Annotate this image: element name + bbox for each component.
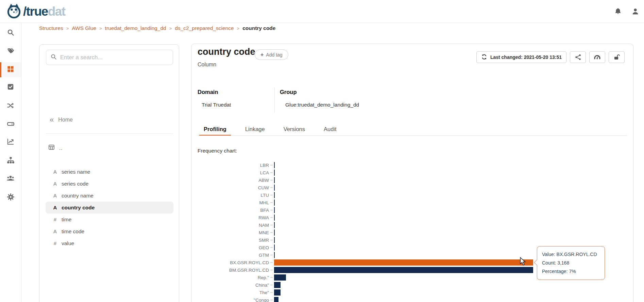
add-tag-button[interactable]: + Add tag [255, 49, 288, 60]
quality-dashboard-button[interactable] [589, 51, 605, 63]
chart-row: China" [198, 281, 629, 289]
chart-row: SMR [198, 236, 629, 244]
number-type-icon: # [52, 217, 58, 222]
chart-row: CUW [198, 184, 629, 191]
chart-bar[interactable] [274, 282, 281, 288]
chart-category-label: ABW [198, 178, 269, 183]
frequency-chart: LBRLCAABWCUWLTUMHLBFARWANAMMNESMRGEOGTMB… [198, 161, 629, 302]
meta-divider [274, 88, 275, 113]
chart-bar[interactable] [274, 259, 533, 266]
field-list: Aseries nameAseries codeAcountry nameAco… [39, 122, 180, 249]
nav-item-chart-line[interactable] [0, 135, 21, 150]
chart-bar[interactable] [274, 244, 275, 251]
notifications-bell-icon[interactable] [614, 7, 622, 15]
tooltip-count-line: Count: 3,168 [542, 259, 600, 267]
chart-bar[interactable] [274, 214, 275, 221]
chart-category-label: MNE [198, 230, 269, 235]
shuffle-icon [7, 102, 14, 111]
axis-tick [270, 165, 273, 165]
axis-tick [270, 210, 273, 210]
tab-versions[interactable]: Versions [279, 122, 309, 136]
nav-item-shuffle[interactable] [0, 99, 21, 114]
chart-bar[interactable] [274, 200, 275, 206]
unlock-button[interactable] [609, 51, 625, 63]
domain-label: Domain [198, 89, 218, 95]
field-label: time code [62, 228, 84, 235]
nav-item-check-square[interactable] [0, 80, 21, 95]
chart-bar[interactable] [274, 162, 275, 168]
tab-linkage[interactable]: Linkage [241, 122, 269, 136]
string-type-icon: A [52, 181, 58, 187]
field-item-value[interactable]: #value [46, 237, 173, 249]
axis-tick [270, 270, 273, 270]
chart-row: ABW [198, 176, 629, 184]
breadcrumb-link[interactable]: Structures [39, 25, 63, 31]
chart-bar[interactable] [274, 267, 533, 273]
axis-tick [270, 195, 273, 195]
breadcrumb-separator: > [169, 26, 172, 31]
group-label: Group [280, 89, 297, 95]
axis-tick [270, 255, 273, 255]
chart-bar[interactable] [274, 185, 275, 191]
string-type-icon: A [52, 205, 58, 210]
breadcrumb: Structures>AWS Glue>truedat_demo_landing… [39, 24, 275, 32]
nav-item-search[interactable] [0, 26, 21, 41]
nav-item-users[interactable] [0, 172, 21, 187]
tab-audit[interactable]: Audit [319, 122, 341, 136]
user-profile-icon[interactable] [631, 7, 639, 15]
field-item-series-name[interactable]: Aseries name [46, 166, 173, 178]
nav-item-sitemap[interactable] [0, 153, 21, 168]
field-item-series-code[interactable]: Aseries code [46, 178, 173, 190]
nav-item-hard-drive[interactable] [0, 117, 21, 132]
breadcrumb-link[interactable]: ds_c2_prepared_science [175, 25, 234, 31]
page-title: country code [198, 47, 255, 57]
chart-bar[interactable] [274, 297, 278, 302]
chart-row: MNE [198, 229, 629, 236]
app: /truedat Structures>AWS Glue>truedat_dem… [0, 0, 644, 302]
chart-row: MHL [198, 199, 629, 206]
axis-tick [270, 202, 273, 203]
chart-row: NAM [198, 221, 629, 229]
check-square-icon [7, 83, 14, 92]
chart-category-label: LBR [198, 163, 269, 168]
nav-item-gear[interactable] [0, 190, 21, 205]
chart-category-label: SMR [198, 238, 269, 243]
nav-item-tags[interactable] [0, 44, 21, 59]
breadcrumb-link[interactable]: truedat_demo_landing_dd [105, 25, 166, 31]
field-item-time[interactable]: #time [46, 213, 173, 225]
axis-tick [270, 292, 273, 293]
chart-bar[interactable] [274, 192, 275, 198]
chart-category-label: LCA [198, 170, 269, 175]
nav-item-grid[interactable] [0, 62, 21, 77]
axis-tick [270, 180, 273, 180]
chart-bar[interactable] [274, 222, 275, 228]
structure-type-label: Column [198, 62, 216, 68]
chart-bar[interactable] [274, 229, 275, 236]
chart-bar[interactable] [274, 170, 275, 176]
field-item-time-code[interactable]: Atime code [46, 225, 173, 237]
tree-search-box[interactable] [46, 50, 173, 65]
hard-drive-icon [7, 120, 15, 129]
chart-row: RWA [198, 214, 629, 221]
field-item-country-code[interactable]: Acountry code [46, 202, 173, 213]
field-label: series code [62, 181, 88, 187]
field-item-country-name[interactable]: Acountry name [46, 190, 173, 202]
structure-detail-panel: country code + Add tag Column Last chang… [191, 44, 633, 302]
tab-profiling[interactable]: Profiling [199, 122, 231, 136]
mouse-cursor-icon [520, 257, 527, 266]
breadcrumb-link[interactable]: AWS Glue [72, 25, 96, 31]
share-button[interactable] [570, 51, 586, 63]
chart-tooltip: Value: BX.GSR.ROYL.CD Count: 3,168 Perce… [537, 246, 605, 280]
chart-bar[interactable] [274, 237, 275, 243]
chart-bar[interactable] [274, 289, 281, 296]
field-label: time [62, 217, 71, 223]
truedat-logo[interactable]: /truedat [6, 3, 65, 20]
chart-bar[interactable] [274, 207, 275, 213]
last-changed-button[interactable]: Last changed: 2021-05-20 13:51 [476, 51, 566, 63]
chart-bar[interactable] [274, 252, 275, 258]
chart-bar[interactable] [274, 177, 275, 183]
tree-search-input[interactable] [60, 54, 169, 61]
top-header: /truedat [0, 0, 644, 23]
number-type-icon: # [52, 240, 58, 246]
chart-bar[interactable] [274, 274, 286, 281]
